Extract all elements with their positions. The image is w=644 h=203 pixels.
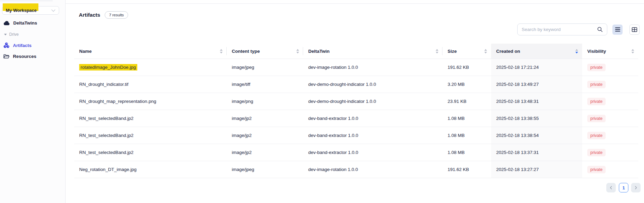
table-row[interactable]: RN_test_selectedBand.jp2image/jp2dev-ban… [74,127,638,144]
cell-deltatwin: dev-band-extractor 1.0.0 [303,127,442,144]
main-content: Artifacts 7 results NameCont [66,0,644,203]
sort-icon[interactable] [220,49,223,53]
sidebar-item-artifacts[interactable]: Artifacts [3,42,32,48]
column-label: Size [448,49,457,54]
column-label: Visibility [587,49,606,54]
app-window: My Workspace DeltaTwins Drive [0,0,644,203]
cell-visibility: private [582,110,638,127]
sidebar: My Workspace DeltaTwins Drive [0,0,66,203]
previous-page-button[interactable] [606,183,616,192]
cell-created-on: 2025-02-18 13:37:31 [491,144,582,161]
page-number-button[interactable]: 1 [619,183,628,192]
main-top-divider [66,3,644,4]
cell-name: rotatedImage_JohnDoe.jpg [74,59,227,76]
cell-content-type: image/png [227,93,303,110]
page-title: Artifacts [79,12,100,18]
highlighted-file-name: rotatedImage_JohnDoe.jpg [79,64,137,71]
cell-visibility: private [582,59,638,76]
cell-size: 1.08 MB [442,127,491,144]
column-header-deltatwin[interactable]: DeltaTwin [303,44,442,59]
visibility-badge: private [587,149,606,156]
cell-size: 191.62 KB [442,161,491,178]
page-header: Artifacts 7 results [79,11,128,19]
cell-deltatwin: dev-image-rotation 1.0.0 [303,59,442,76]
cell-visibility: private [582,76,638,93]
chevron-down-icon [51,9,55,12]
cell-content-type: image/jp2 [227,127,303,144]
column-header-content_type[interactable]: Content type [227,44,303,59]
cell-name: RN_test_selectedBand.jp2 [74,110,227,127]
sidebar-item-label: Artifacts [13,43,32,48]
cell-content-type: image/tiff [227,76,303,93]
table-body: rotatedImage_JohnDoe.jpgimage/jpegdev-im… [74,59,638,178]
visibility-badge: private [587,81,606,88]
chevron-left-icon [609,185,613,190]
cell-deltatwin: dev-demo-drought-indicator 1.0.0 [303,93,442,110]
column-label: Name [79,49,92,54]
cloud-icon [3,21,10,26]
cell-visibility: private [582,161,638,178]
table-row[interactable]: rotatedImage_JohnDoe.jpgimage/jpegdev-im… [74,59,638,76]
artifacts-table: NameContent typeDeltaTwinSizeCreated onV… [74,44,638,178]
sidebar-item-deltatwins[interactable]: DeltaTwins [3,20,37,26]
grid-view-button[interactable] [629,25,640,35]
results-count-badge: 7 results [105,11,128,19]
visibility-badge: private [587,115,606,122]
next-page-button[interactable] [631,183,641,192]
sort-icon[interactable] [484,49,487,53]
sort-icon[interactable] [436,49,438,53]
folder-icon [3,54,10,59]
column-header-size[interactable]: Size [442,44,491,59]
table-row[interactable]: RN_drought_indicator.tifimage/tiffdev-de… [74,76,638,93]
column-label: Created on [496,49,520,54]
cell-name: Neg_rotation_DT_image.jpg [74,161,227,178]
cell-deltatwin: dev-demo-drought-indicator 1.0.0 [303,76,442,93]
search-input[interactable] [522,27,597,32]
cell-name: RN_test_selectedBand.jp2 [74,144,227,161]
sidebar-item-label: DeltaTwins [13,20,37,26]
cell-content-type: image/jpeg [227,59,303,76]
sort-icon[interactable] [296,49,299,53]
cell-visibility: private [582,127,638,144]
cell-size: 191.62 KB [442,59,491,76]
cell-content-type: image/jp2 [227,144,303,161]
table-row[interactable]: RN_test_selectedBand.jp2image/jp2dev-ban… [74,144,638,161]
table-row[interactable]: RN_drought_map_representation.pngimage/p… [74,93,638,110]
table-row[interactable]: Neg_rotation_DT_image.jpgimage/jpegdev-i… [74,161,638,178]
cell-created-on: 2025-02-18 13:38:55 [491,110,582,127]
list-view-button[interactable] [612,25,623,35]
visibility-badge: private [587,64,606,71]
sort-icon[interactable] [631,49,634,53]
grid-view-icon [632,27,637,32]
column-header-visibility[interactable]: Visibility [582,44,638,59]
cell-visibility: private [582,144,638,161]
cell-name: RN_drought_indicator.tif [74,76,227,93]
cell-name: RN_drought_map_representation.png [74,93,227,110]
search-box[interactable] [517,24,607,35]
sort-icon[interactable] [575,49,578,53]
cell-content-type: image/jp2 [227,110,303,127]
visibility-badge: private [587,166,606,173]
sidebar-section-drive[interactable]: Drive [4,32,19,37]
cell-created-on: 2025-02-18 13:48:31 [491,93,582,110]
list-view-icon [615,27,620,32]
cell-size: 23.91 KB [442,93,491,110]
sidebar-item-resources[interactable]: Resources [3,54,36,59]
cell-created-on: 2025-02-18 13:27:27 [491,161,582,178]
column-header-name[interactable]: Name [74,44,227,59]
table-row[interactable]: RN_test_selectedBand.jp2image/jp2dev-ban… [74,110,638,127]
column-label: Content type [232,49,260,54]
cell-deltatwin: dev-band-extractor 1.0.0 [303,144,442,161]
toolbar [517,24,640,35]
sidebar-top-divider [0,1,53,1]
cell-visibility: private [582,93,638,110]
visibility-badge: private [587,98,606,105]
cell-deltatwin: dev-band-extractor 1.0.0 [303,110,442,127]
search-icon[interactable] [597,27,603,32]
pagination: 1 [606,183,641,192]
sidebar-item-label: Resources [13,54,36,59]
column-label: DeltaTwin [308,49,330,54]
cell-size: 3.20 MB [442,76,491,93]
column-header-created_on[interactable]: Created on [491,44,582,59]
caret-down-icon [4,34,7,35]
